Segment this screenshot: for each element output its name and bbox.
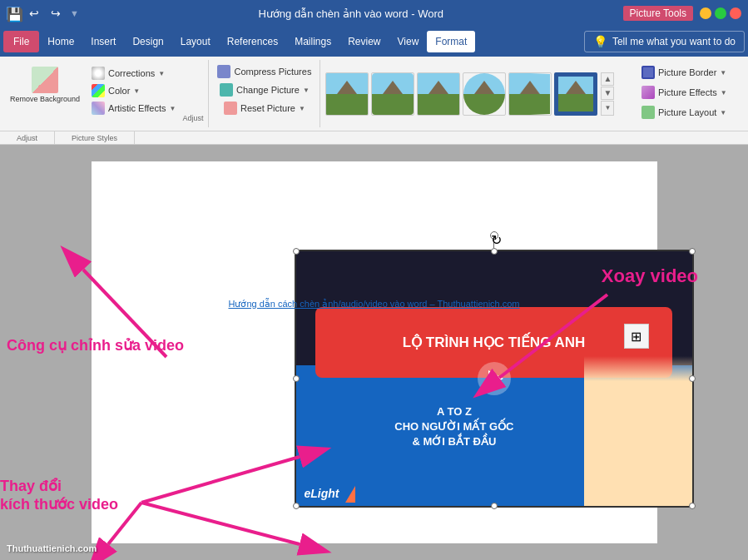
menu-item-design[interactable]: Design [124,31,171,52]
style-thumb-5-img [509,72,551,116]
layout-options-icon: ⊞ [631,329,641,344]
layout-options-button[interactable]: ⊞ [624,324,649,349]
resize-handle-bottom-left[interactable] [293,503,300,509]
video-element[interactable]: LỘ TRÌNH HỌC TIẾNG ANH A TO Z CHO NGƯỜI … [295,250,694,508]
menu-item-references[interactable]: References [219,31,286,52]
menu-bar: File Home Insert Design Layout Reference… [0,27,748,57]
menu-item-mailings[interactable]: Mailings [286,31,339,52]
picture-border-icon [641,66,655,79]
resize-handle-top-right[interactable] [689,248,696,255]
artistic-effects-label: Artistic Effects [108,103,166,113]
style-thumb-3-img [418,73,459,115]
picture-layout-button[interactable]: Picture Layout ▼ [638,103,741,121]
menu-item-home[interactable]: Home [39,31,82,52]
ribbon-right-section: Picture Border ▼ Picture Effects ▼ Pictu… [632,60,748,127]
compress-icon [217,65,230,78]
color-label: Color [108,86,130,96]
style-scroll-up-button[interactable]: ▲ [601,72,614,86]
menu-item-file[interactable]: File [3,31,39,52]
color-button[interactable]: Color ▼ [88,82,179,99]
layout-dropdown-arrow[interactable]: ▼ [720,109,726,116]
menu-item-insert[interactable]: Insert [82,31,124,52]
remove-background-button[interactable]: Remove Background [5,63,85,107]
menu-item-review[interactable]: Review [339,31,389,52]
color-icon [92,84,105,97]
resize-handle-middle-left[interactable] [293,375,300,382]
picture-tools-label: Picture Tools [623,6,693,21]
style-scroll-down-button[interactable]: ▼ [601,87,614,100]
tell-me-label: Tell me what you want to do [612,36,736,47]
artistic-dropdown-arrow[interactable]: ▼ [170,105,176,112]
picture-effects-label: Picture Effects [658,87,717,97]
color-dropdown-arrow[interactable]: ▼ [133,87,140,95]
reset-picture-arrow[interactable]: ▼ [299,105,305,112]
document-link[interactable]: Hướng dẫn cách chèn ảnh/audio/video vào … [228,299,519,310]
resize-handle-bottom-middle[interactable] [491,503,498,509]
tell-me-input[interactable]: 💡 Tell me what you want to do [584,31,745,52]
style-thumb-1-img [326,73,368,115]
menu-item-format[interactable]: Format [427,31,475,52]
style-thumb-2[interactable] [371,72,414,116]
annotation-resize-text: Thay đổi kích thước video [0,478,118,513]
style-thumbnails-group [325,72,597,116]
ribbon-picture-styles-section: ▲ ▼ ▼ Picture Styles [320,60,632,127]
compress-label: Compress Pictures [234,67,311,77]
style-thumb-3[interactable] [417,72,460,116]
document-area: Hướng dẫn cách chèn ảnh/audio/video vào … [0,145,748,560]
annotation-rotate: Xoay video [602,265,698,287]
video-thumbnail: LỘ TRÌNH HỌC TIẾNG ANH A TO Z CHO NGƯỜI … [296,251,692,506]
title-bar-left: 💾 ↩ ↪ ▼ [7,5,79,22]
style-thumb-1[interactable] [325,72,369,116]
elight-triangle-icon [345,486,355,503]
picture-border-button[interactable]: Picture Border ▼ [638,63,741,82]
effects-dropdown-arrow[interactable]: ▼ [721,89,727,97]
remove-background-icon [32,67,58,93]
resize-handle-bottom-right[interactable] [689,503,696,509]
style-thumb-5[interactable] [508,72,552,116]
video-logo: eLight [305,486,356,503]
play-icon [488,370,503,387]
lightbulb-icon: 💡 [593,35,607,48]
watermark: Thuthuattienich.com [7,543,97,553]
annotation-video-tools: Công cụ chỉnh sửa video [0,336,191,354]
rotate-handle[interactable]: ↻ [490,231,498,240]
annotation-video-tools-text: Công cụ chỉnh sửa video [0,336,191,354]
window-controls[interactable] [700,7,741,19]
close-button[interactable] [730,7,741,19]
adjust-buttons-group: Corrections ▼ Color ▼ Artistic Effects ▼ [88,65,179,116]
title-bar: 💾 ↩ ↪ ▼ Hướng dẫn chèn ảnh vào word - Wo… [0,0,748,27]
save-icon[interactable]: 💾 [7,7,20,20]
reset-picture-icon [224,102,237,115]
ribbon: Remove Background Corrections ▼ Color ▼ … [0,57,748,131]
border-dropdown-arrow[interactable]: ▼ [720,69,726,77]
resize-handle-top-left[interactable] [293,248,300,255]
picture-border-label: Picture Border [658,67,716,77]
maximize-button[interactable] [715,7,726,19]
style-more-button[interactable]: ▼ [601,101,614,116]
corrections-dropdown-arrow[interactable]: ▼ [158,70,165,77]
reset-picture-button[interactable]: Reset Picture ▼ [220,100,309,116]
video-play-button[interactable] [478,362,511,395]
change-picture-label: Change Picture [236,85,300,95]
resize-handle-top-middle[interactable] [491,248,498,255]
menu-item-view[interactable]: View [389,31,428,52]
change-picture-button[interactable]: Change Picture ▼ [216,82,313,98]
style-thumb-6[interactable] [554,72,597,116]
remove-background-label: Remove Background [10,95,80,104]
undo-button[interactable]: ↩ [27,5,42,22]
compress-pictures-button[interactable]: Compress Pictures [214,63,315,80]
resize-handle-middle-right[interactable] [689,375,696,382]
menu-item-layout[interactable]: Layout [172,31,219,52]
picture-styles-bottom-label: Picture Styles [55,131,135,144]
change-picture-arrow[interactable]: ▼ [303,87,310,94]
corrections-button[interactable]: Corrections ▼ [88,65,179,82]
style-thumb-4[interactable] [463,72,506,116]
ribbon-labels-bar: Adjust Picture Styles [0,131,748,145]
picture-layout-icon [641,106,655,119]
corrections-label: Corrections [108,68,155,78]
picture-effects-button[interactable]: Picture Effects ▼ [638,83,741,102]
artistic-effects-button[interactable]: Artistic Effects ▼ [88,100,179,116]
redo-button[interactable]: ↪ [48,5,63,22]
ribbon-picture-group-section: Compress Pictures Change Picture ▼ Reset… [209,60,320,127]
minimize-button[interactable] [700,7,711,19]
